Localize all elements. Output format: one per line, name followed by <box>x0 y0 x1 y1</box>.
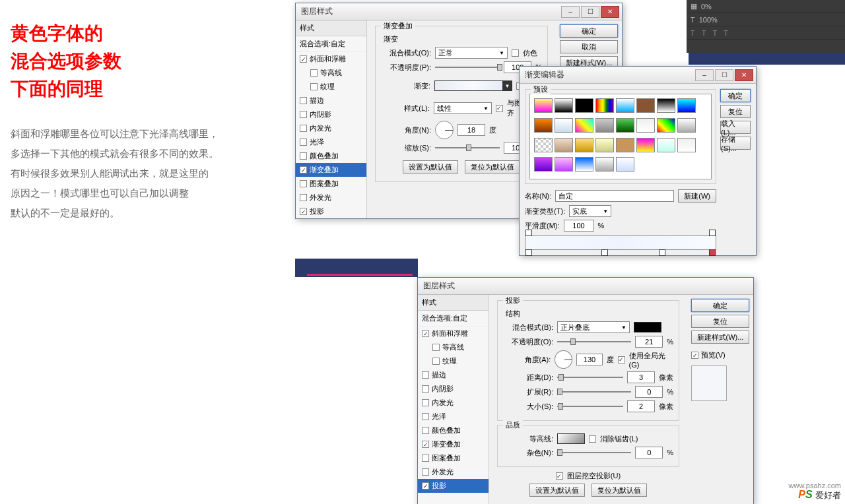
style-item-颜色叠加[interactable]: 颜色叠加 <box>418 424 489 437</box>
style-checkbox[interactable] <box>300 152 307 160</box>
size-slider[interactable] <box>557 406 623 407</box>
knockout-checkbox[interactable]: ✓ <box>556 472 563 480</box>
type-icon[interactable]: T <box>724 29 728 37</box>
style-item-渐变叠加[interactable]: ✓渐变叠加 <box>418 437 489 451</box>
size-value[interactable]: 2 <box>627 400 655 412</box>
style-checkbox[interactable]: ✓ <box>422 330 429 337</box>
minimize-button[interactable]: – <box>561 6 580 18</box>
titlebar[interactable]: 图层样式 <box>418 278 753 295</box>
blend-mode-dropdown[interactable]: 正片叠底▼ <box>557 321 630 333</box>
gradient-preset[interactable] <box>616 98 634 113</box>
style-item-光泽[interactable]: 光泽 <box>296 135 366 149</box>
titlebar[interactable]: 图层样式 – ☐ ✕ <box>296 3 622 20</box>
gradient-preset[interactable] <box>616 118 634 133</box>
set-default-button[interactable]: 设置为默认值 <box>403 160 458 173</box>
style-dropdown[interactable]: 线性▼ <box>434 102 492 114</box>
gradient-preset[interactable] <box>636 118 655 133</box>
gradient-preset[interactable] <box>555 157 573 172</box>
type-icon[interactable]: T <box>702 29 706 37</box>
style-checkbox[interactable] <box>422 455 429 462</box>
style-item-纹理[interactable]: 纹理 <box>296 80 366 94</box>
type-icon[interactable]: T <box>691 29 695 37</box>
new-style-button[interactable]: 新建样式(W)... <box>691 331 749 344</box>
style-item-渐变叠加[interactable]: ✓渐变叠加 <box>296 163 366 177</box>
blending-options-row[interactable]: 混合选项:自定 <box>418 311 489 327</box>
style-checkbox[interactable] <box>422 399 429 406</box>
type-icon[interactable]: T <box>712 29 717 37</box>
style-checkbox[interactable] <box>310 83 318 90</box>
gradient-preset[interactable] <box>575 118 593 133</box>
gradient-preset[interactable] <box>595 98 614 113</box>
style-item-投影[interactable]: ✓投影 <box>296 205 366 218</box>
style-item-光泽[interactable]: 光泽 <box>418 410 489 424</box>
gradient-preset[interactable] <box>595 157 614 172</box>
distance-value[interactable]: 3 <box>627 371 655 383</box>
global-light-checkbox[interactable]: ✓ <box>618 356 625 363</box>
gradient-preset[interactable] <box>595 118 614 133</box>
ok-button[interactable]: 确定 <box>560 24 618 38</box>
antialias-checkbox[interactable] <box>589 435 596 443</box>
style-checkbox[interactable]: ✓ <box>422 482 429 489</box>
save-button[interactable]: 存储(S)... <box>720 137 751 150</box>
style-item-图案叠加[interactable]: 图案叠加 <box>296 177 366 191</box>
blend-mode-dropdown[interactable]: 正常▼ <box>435 47 508 59</box>
gradient-preset[interactable] <box>657 138 675 152</box>
set-default-button[interactable]: 设置为默认值 <box>529 484 585 497</box>
style-checkbox[interactable] <box>432 358 440 365</box>
reset-button[interactable]: 复位 <box>691 315 749 328</box>
gradient-preset[interactable] <box>534 138 553 152</box>
style-item-内阴影[interactable]: 内阴影 <box>418 382 489 396</box>
gradient-preset[interactable] <box>616 138 634 152</box>
angle-dial[interactable] <box>435 121 454 139</box>
style-checkbox[interactable] <box>300 180 307 187</box>
smoothness-value[interactable]: 100 <box>564 220 594 232</box>
distance-slider[interactable] <box>557 377 623 378</box>
gradient-preset[interactable] <box>636 138 655 152</box>
preview-checkbox[interactable]: ✓ <box>691 352 698 359</box>
minimize-button[interactable]: – <box>695 69 714 81</box>
gradient-preset[interactable] <box>555 118 573 133</box>
style-item-图案叠加[interactable]: 图案叠加 <box>418 451 489 465</box>
gradient-preset[interactable] <box>555 138 573 152</box>
style-checkbox[interactable]: ✓ <box>300 55 307 63</box>
ok-button[interactable]: 确定 <box>720 89 751 102</box>
gradient-preset[interactable] <box>616 157 634 172</box>
style-item-描边[interactable]: 描边 <box>296 94 366 108</box>
angle-value[interactable]: 130 <box>576 354 603 365</box>
style-checkbox[interactable] <box>300 97 307 104</box>
gradient-preset[interactable] <box>534 98 553 113</box>
reset-button[interactable]: 复位 <box>720 105 751 118</box>
scale-slider[interactable] <box>435 147 500 148</box>
spread-value[interactable]: 0 <box>635 386 663 398</box>
reset-default-button[interactable]: 复位为默认值 <box>592 484 647 497</box>
opacity-slider[interactable] <box>435 67 500 68</box>
style-item-斜面和浮雕[interactable]: ✓斜面和浮雕 <box>418 327 489 340</box>
gradient-type-dropdown[interactable]: 实底▼ <box>569 205 611 217</box>
style-checkbox[interactable]: ✓ <box>300 166 307 173</box>
style-item-外发光[interactable]: 外发光 <box>418 465 489 479</box>
maximize-button[interactable]: ☐ <box>581 6 599 18</box>
style-item-内发光[interactable]: 内发光 <box>296 121 366 135</box>
style-item-斜面和浮雕[interactable]: ✓斜面和浮雕 <box>296 52 366 66</box>
maximize-button[interactable]: ☐ <box>715 69 733 81</box>
color-swatch[interactable] <box>634 322 661 332</box>
styles-header[interactable]: 样式 <box>296 20 366 36</box>
noise-value[interactable]: 0 <box>635 447 663 458</box>
align-checkbox[interactable]: ✓ <box>496 105 503 112</box>
gradient-bar[interactable] <box>525 236 716 250</box>
style-item-内发光[interactable]: 内发光 <box>418 396 489 410</box>
titlebar[interactable]: 渐变编辑器 – ☐ ✕ <box>520 67 756 84</box>
spread-slider[interactable] <box>557 391 631 393</box>
style-item-颜色叠加[interactable]: 颜色叠加 <box>296 149 366 163</box>
close-button[interactable]: ✕ <box>601 6 619 18</box>
gradient-preset[interactable] <box>575 98 593 113</box>
gradient-preset[interactable] <box>595 138 614 152</box>
gradient-preset[interactable] <box>657 98 675 113</box>
style-checkbox[interactable] <box>422 427 429 434</box>
close-button[interactable]: ✕ <box>735 69 753 81</box>
gradient-preset[interactable] <box>555 98 573 113</box>
style-item-等高线[interactable]: 等高线 <box>418 340 489 354</box>
style-checkbox[interactable] <box>300 139 307 146</box>
reset-default-button[interactable]: 复位为默认值 <box>465 160 520 173</box>
gradient-preset[interactable] <box>575 157 593 172</box>
